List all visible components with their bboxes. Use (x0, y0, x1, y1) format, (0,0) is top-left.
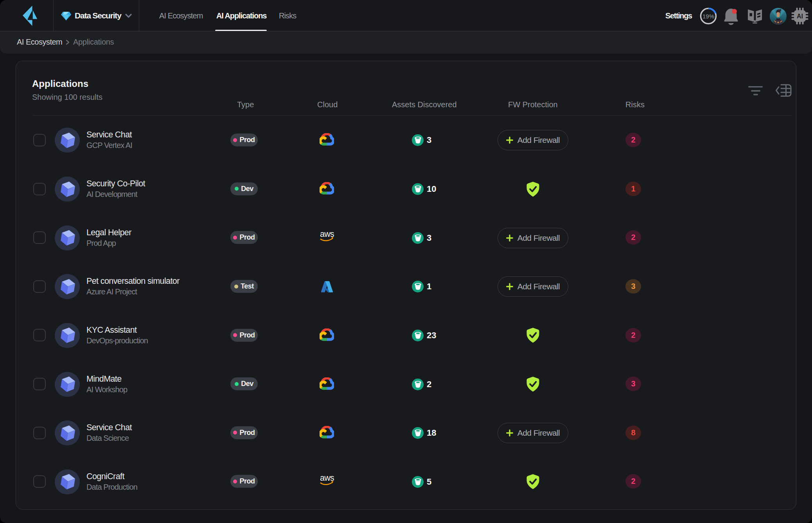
svg-text:19%: 19% (702, 13, 714, 20)
svg-text:AI: AI (797, 13, 803, 20)
